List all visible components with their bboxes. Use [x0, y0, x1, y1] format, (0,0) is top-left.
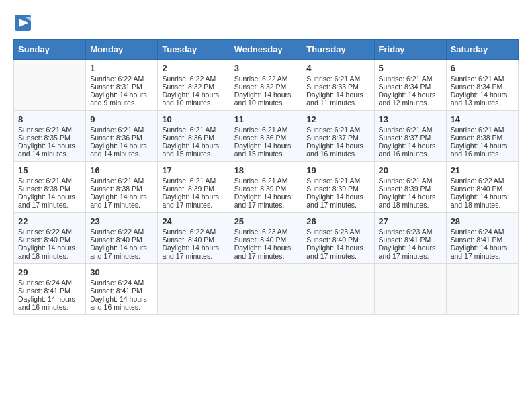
day-number: 3 — [234, 63, 298, 73]
day-number: 16 — [90, 165, 153, 175]
calendar-cell: 4 Sunrise: 6:21 AM Sunset: 8:33 PM Dayli… — [302, 60, 374, 111]
day-number: 5 — [379, 63, 442, 73]
calendar-cell: 9 Sunrise: 6:21 AM Sunset: 8:36 PM Dayli… — [86, 111, 158, 162]
calendar-cell: 28 Sunrise: 6:24 AM Sunset: 8:41 PM Dayl… — [446, 213, 518, 264]
day-number: 19 — [306, 165, 369, 175]
sunrise-label: Sunrise: 6:21 AM — [379, 75, 433, 83]
sunrise-label: Sunrise: 6:22 AM — [90, 75, 144, 83]
calendar-week-2: 8 Sunrise: 6:21 AM Sunset: 8:35 PM Dayli… — [14, 111, 519, 162]
calendar-cell: 11 Sunrise: 6:21 AM Sunset: 8:36 PM Dayl… — [230, 111, 302, 162]
daylight-label: Daylight: 14 hours and 17 minutes. — [90, 244, 147, 260]
sunrise-label: Sunrise: 6:21 AM — [90, 126, 144, 134]
daylight-label: Daylight: 14 hours and 13 minutes. — [451, 91, 508, 107]
calendar-cell: 25 Sunrise: 6:23 AM Sunset: 8:40 PM Dayl… — [230, 213, 302, 264]
page-header — [13, 13, 519, 32]
day-number: 26 — [306, 216, 369, 226]
calendar-cell: 20 Sunrise: 6:21 AM Sunset: 8:39 PM Dayl… — [374, 162, 446, 213]
calendar-week-5: 29 Sunrise: 6:24 AM Sunset: 8:41 PM Dayl… — [14, 264, 519, 315]
weekday-monday: Monday — [86, 40, 158, 60]
calendar-cell — [158, 264, 230, 315]
sunset-label: Sunset: 8:31 PM — [90, 83, 142, 91]
sunrise-label: Sunrise: 6:21 AM — [451, 75, 504, 83]
day-number: 4 — [306, 63, 369, 73]
calendar-cell: 14 Sunrise: 6:21 AM Sunset: 8:38 PM Dayl… — [446, 111, 518, 162]
sunset-label: Sunset: 8:37 PM — [306, 134, 359, 142]
day-number: 10 — [162, 114, 225, 124]
sunrise-label: Sunrise: 6:23 AM — [379, 228, 433, 236]
calendar-cell: 27 Sunrise: 6:23 AM Sunset: 8:41 PM Dayl… — [374, 213, 446, 264]
calendar-cell: 13 Sunrise: 6:21 AM Sunset: 8:37 PM Dayl… — [374, 111, 446, 162]
daylight-label: Daylight: 14 hours and 10 minutes. — [162, 91, 219, 107]
calendar-cell: 8 Sunrise: 6:21 AM Sunset: 8:35 PM Dayli… — [14, 111, 86, 162]
weekday-saturday: Saturday — [446, 40, 518, 60]
calendar-cell: 18 Sunrise: 6:21 AM Sunset: 8:39 PM Dayl… — [230, 162, 302, 213]
calendar-cell: 19 Sunrise: 6:21 AM Sunset: 8:39 PM Dayl… — [302, 162, 374, 213]
sunset-label: Sunset: 8:40 PM — [162, 236, 214, 244]
sunset-label: Sunset: 8:36 PM — [162, 134, 214, 142]
calendar-cell: 2 Sunrise: 6:22 AM Sunset: 8:32 PM Dayli… — [158, 60, 230, 111]
day-number: 27 — [379, 216, 442, 226]
daylight-label: Daylight: 14 hours and 18 minutes. — [379, 193, 436, 209]
daylight-label: Daylight: 14 hours and 17 minutes. — [451, 244, 508, 260]
sunrise-label: Sunrise: 6:22 AM — [18, 228, 72, 236]
sunset-label: Sunset: 8:38 PM — [18, 185, 71, 193]
daylight-label: Daylight: 14 hours and 10 minutes. — [234, 91, 292, 107]
calendar-cell: 5 Sunrise: 6:21 AM Sunset: 8:34 PM Dayli… — [374, 60, 446, 111]
calendar-cell: 3 Sunrise: 6:22 AM Sunset: 8:32 PM Dayli… — [230, 60, 302, 111]
sunrise-label: Sunrise: 6:21 AM — [234, 177, 288, 185]
sunrise-label: Sunrise: 6:24 AM — [90, 279, 144, 287]
sunrise-label: Sunrise: 6:21 AM — [306, 126, 360, 134]
sunrise-label: Sunrise: 6:22 AM — [234, 75, 288, 83]
daylight-label: Daylight: 14 hours and 17 minutes. — [18, 193, 75, 209]
sunrise-label: Sunrise: 6:21 AM — [306, 75, 360, 83]
daylight-label: Daylight: 14 hours and 16 minutes. — [18, 295, 75, 311]
daylight-label: Daylight: 14 hours and 17 minutes. — [379, 244, 436, 260]
sunset-label: Sunset: 8:40 PM — [18, 236, 71, 244]
day-number: 28 — [451, 216, 514, 226]
calendar-cell — [14, 60, 86, 111]
calendar-cell: 12 Sunrise: 6:21 AM Sunset: 8:37 PM Dayl… — [302, 111, 374, 162]
sunset-label: Sunset: 8:33 PM — [306, 83, 359, 91]
calendar-table: SundayMondayTuesdayWednesdayThursdayFrid… — [13, 39, 519, 315]
day-number: 2 — [162, 63, 225, 73]
weekday-header-row: SundayMondayTuesdayWednesdayThursdayFrid… — [14, 40, 519, 60]
sunrise-label: Sunrise: 6:21 AM — [379, 177, 433, 185]
daylight-label: Daylight: 14 hours and 16 minutes. — [90, 295, 147, 311]
daylight-label: Daylight: 14 hours and 16 minutes. — [306, 142, 363, 158]
calendar-cell: 15 Sunrise: 6:21 AM Sunset: 8:38 PM Dayl… — [14, 162, 86, 213]
daylight-label: Daylight: 14 hours and 17 minutes. — [306, 244, 363, 260]
weekday-friday: Friday — [374, 40, 446, 60]
daylight-label: Daylight: 14 hours and 17 minutes. — [162, 193, 219, 209]
day-number: 14 — [451, 114, 514, 124]
sunrise-label: Sunrise: 6:21 AM — [234, 126, 288, 134]
calendar-cell: 22 Sunrise: 6:22 AM Sunset: 8:40 PM Dayl… — [14, 213, 86, 264]
calendar-week-1: 1 Sunrise: 6:22 AM Sunset: 8:31 PM Dayli… — [14, 60, 519, 111]
weekday-thursday: Thursday — [302, 40, 374, 60]
day-number: 17 — [162, 165, 225, 175]
sunrise-label: Sunrise: 6:21 AM — [162, 177, 216, 185]
daylight-label: Daylight: 14 hours and 15 minutes. — [162, 142, 219, 158]
calendar-cell: 29 Sunrise: 6:24 AM Sunset: 8:41 PM Dayl… — [14, 264, 86, 315]
sunrise-label: Sunrise: 6:22 AM — [162, 75, 216, 83]
daylight-label: Daylight: 14 hours and 9 minutes. — [90, 91, 147, 107]
calendar-cell: 23 Sunrise: 6:22 AM Sunset: 8:40 PM Dayl… — [86, 213, 158, 264]
daylight-label: Daylight: 14 hours and 15 minutes. — [234, 142, 292, 158]
sunrise-label: Sunrise: 6:22 AM — [162, 228, 216, 236]
sunrise-label: Sunrise: 6:21 AM — [451, 126, 504, 134]
daylight-label: Daylight: 14 hours and 17 minutes. — [90, 193, 147, 209]
weekday-wednesday: Wednesday — [230, 40, 302, 60]
sunset-label: Sunset: 8:38 PM — [90, 185, 142, 193]
day-number: 12 — [306, 114, 369, 124]
sunrise-label: Sunrise: 6:23 AM — [234, 228, 288, 236]
daylight-label: Daylight: 14 hours and 17 minutes. — [162, 244, 219, 260]
daylight-label: Daylight: 14 hours and 18 minutes. — [451, 193, 508, 209]
sunset-label: Sunset: 8:41 PM — [451, 236, 503, 244]
calendar-cell — [230, 264, 302, 315]
day-number: 22 — [18, 216, 81, 226]
day-number: 21 — [451, 165, 514, 175]
calendar-body: 1 Sunrise: 6:22 AM Sunset: 8:31 PM Dayli… — [14, 60, 519, 315]
day-number: 20 — [379, 165, 442, 175]
sunset-label: Sunset: 8:40 PM — [306, 236, 359, 244]
calendar-cell: 24 Sunrise: 6:22 AM Sunset: 8:40 PM Dayl… — [158, 213, 230, 264]
day-number: 11 — [234, 114, 298, 124]
